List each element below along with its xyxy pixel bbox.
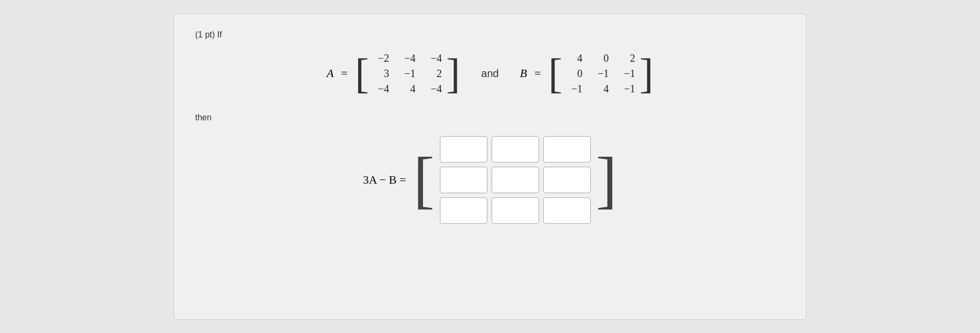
bracket-left-a: [ — [355, 52, 369, 94]
result-input-01[interactable] — [492, 136, 539, 163]
matrix-a-grid: −2 −4 −4 3 −1 2 −4 4 −4 — [369, 50, 446, 97]
matrix-b-cell-00: 4 — [566, 52, 582, 64]
matrix-a-cell-22: −4 — [426, 83, 442, 95]
matrix-a-expression: A = [ −2 −4 −4 3 −1 2 −4 4 −4 ] — [326, 50, 460, 97]
matrix-a-cell-00: −2 — [373, 52, 389, 64]
matrix-a-cell-21: 4 — [400, 83, 416, 95]
top-section: A = [ −2 −4 −4 3 −1 2 −4 4 −4 ] and — [195, 50, 785, 97]
matrix-a-cell-01: −4 — [400, 52, 416, 64]
bottom-section: 3A − B = [ ] — [195, 133, 785, 227]
matrix-b-cell-10: 0 — [566, 68, 582, 80]
result-input-20[interactable] — [440, 197, 487, 224]
bracket-right-b: ] — [639, 52, 654, 94]
and-text: and — [481, 68, 498, 80]
result-input-02[interactable] — [543, 136, 591, 163]
problem-label: (1 pt) If — [195, 30, 785, 40]
bracket-left-result: [ — [414, 148, 435, 212]
matrix-a-cell-02: −4 — [426, 52, 442, 64]
matrix-b-cell-11: −1 — [593, 68, 609, 80]
result-input-grid — [435, 133, 596, 227]
result-expr-label: 3A − B = — [363, 173, 406, 187]
bracket-left-b: [ — [549, 52, 563, 94]
matrix-b-cell-21: 4 — [593, 83, 609, 95]
result-matrix-bracket: [ ] — [414, 133, 617, 227]
matrix-a-cell-11: −1 — [400, 68, 416, 80]
matrix-b-bracket: [ 4 0 2 0 −1 −1 −1 4 −1 ] — [549, 50, 654, 97]
matrix-b-cell-02: 2 — [619, 52, 635, 64]
result-input-11[interactable] — [492, 167, 539, 193]
bracket-right-result: ] — [596, 148, 617, 212]
matrix-b-expression: B = [ 4 0 2 0 −1 −1 −1 4 −1 ] — [520, 50, 654, 97]
equals-sign-a: = — [341, 66, 348, 80]
result-input-00[interactable] — [440, 136, 487, 163]
matrix-b-cell-22: −1 — [619, 83, 635, 95]
equals-sign-b: = — [534, 66, 541, 80]
result-expression: 3A − B = — [363, 173, 406, 187]
matrix-b-grid: 4 0 2 0 −1 −1 −1 4 −1 — [562, 50, 639, 97]
matrix-a-cell-12: 2 — [426, 68, 442, 80]
matrix-b-cell-20: −1 — [566, 83, 582, 95]
bracket-right-a: ] — [446, 52, 460, 94]
matrix-b-var: B — [520, 66, 527, 80]
matrix-b-cell-01: 0 — [593, 52, 609, 64]
matrix-a-var: A — [326, 66, 333, 80]
matrix-a-cell-10: 3 — [373, 68, 389, 80]
matrix-b-cell-12: −1 — [619, 68, 635, 80]
matrix-a-cell-20: −4 — [373, 83, 389, 95]
result-input-21[interactable] — [492, 197, 539, 224]
then-label: then — [195, 113, 785, 122]
matrix-a-bracket: [ −2 −4 −4 3 −1 2 −4 4 −4 ] — [355, 50, 460, 97]
result-input-12[interactable] — [543, 167, 591, 193]
result-input-22[interactable] — [543, 197, 591, 224]
main-container: (1 pt) If A = [ −2 −4 −4 3 −1 2 −4 4 −4 … — [174, 14, 806, 320]
result-input-10[interactable] — [440, 167, 487, 193]
